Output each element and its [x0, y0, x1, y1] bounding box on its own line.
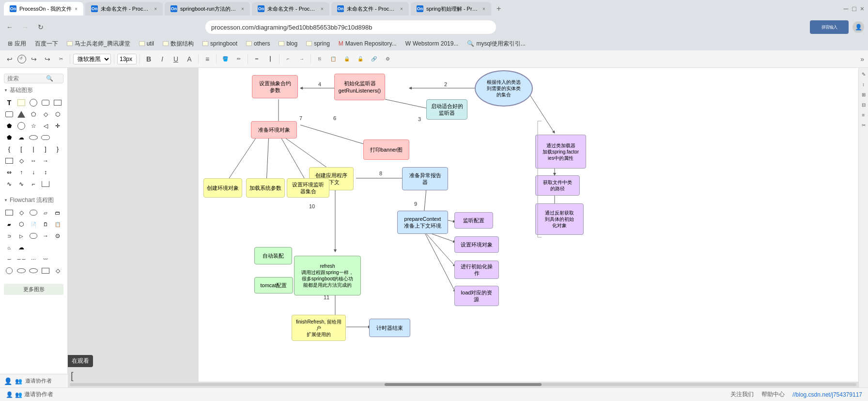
fc-cylinder[interactable]: 🗃 — [52, 207, 63, 218]
tab-close-4[interactable]: × — [321, 6, 324, 12]
shape-brace-left[interactable]: { — [4, 144, 15, 154]
shape-corner[interactable]: ⌐ — [28, 179, 39, 189]
fc-manual[interactable]: 📋 — [52, 219, 63, 230]
shape-diamond2[interactable]: ◇ — [16, 155, 27, 166]
shape-circle[interactable] — [28, 97, 39, 108]
history-button[interactable]: ↺ — [17, 55, 26, 63]
fc-circle[interactable] — [4, 265, 15, 276]
fc-diamond[interactable]: ◇ — [16, 207, 27, 218]
node-class-loader[interactable]: 通过类加载器加载spring.factories中的属性 — [535, 135, 586, 169]
redo-button[interactable]: ↪ — [28, 53, 40, 65]
shape-rect4[interactable] — [40, 179, 51, 189]
link-button[interactable]: 🔗 — [368, 53, 380, 65]
shape-brace-right[interactable]: } — [52, 144, 63, 154]
node-load-resources[interactable]: load对应的资源 — [454, 286, 499, 306]
fc-ellipse[interactable] — [28, 265, 39, 276]
node-tomcat-config[interactable]: tomcat配置 — [254, 277, 293, 293]
shape-rect[interactable] — [52, 97, 63, 108]
fc-hexagon[interactable]: ⬡ — [16, 219, 27, 230]
tab-3[interactable]: On springboot-run方法的执行 × — [165, 2, 250, 15]
right-tool-6[interactable]: ✂ — [862, 123, 866, 128]
fill-color-button[interactable]: 🪣 — [219, 53, 231, 65]
bookmark-mashibing[interactable]: 马士兵老师_腾讯课堂 — [63, 39, 134, 49]
shape-pill[interactable] — [40, 132, 51, 143]
shape-arrow-down[interactable]: ↓ — [28, 167, 39, 178]
fc-line4[interactable]: 〰 — [40, 254, 51, 264]
node-timer-end[interactable]: 计时器结束 — [369, 319, 410, 337]
fc-rounded[interactable] — [28, 207, 39, 218]
more-shapes-button[interactable]: 更多图形 — [4, 284, 63, 295]
node-finish-refresh[interactable]: finishRefresh, 留给用户扩展使用的 — [292, 315, 346, 341]
shape-chat[interactable]: ⬟ — [4, 132, 15, 143]
invite-label[interactable]: 邀请协作者 — [25, 377, 52, 385]
shape-arrow-up[interactable]: ↑ — [16, 167, 27, 178]
corner-button[interactable]: ⌐ — [282, 53, 294, 65]
bookmark-spring[interactable]: spring — [302, 39, 334, 48]
shape-hexagon[interactable]: ⬡ — [52, 109, 63, 120]
line-style-button[interactable]: ━ — [251, 53, 263, 65]
bookmark-others[interactable]: others — [242, 39, 274, 48]
bold-button[interactable]: B — [143, 53, 155, 65]
node-prepare-context[interactable]: prepareContext准备上下文环境 — [397, 211, 448, 234]
fc-diamond2[interactable]: ◇ — [52, 265, 63, 276]
shape-text[interactable]: T — [4, 97, 15, 108]
fc-data[interactable]: ▷ — [16, 231, 27, 241]
shape-wave[interactable]: ∿ — [4, 179, 15, 189]
shape-rounded-rect2[interactable] — [4, 109, 15, 120]
redo2-button[interactable]: ↪ — [42, 53, 53, 65]
minimize-button[interactable]: ─ — [843, 5, 848, 13]
arrow-button[interactable]: → — [296, 53, 308, 65]
node-create-env[interactable]: 创建环境对象 — [203, 178, 242, 198]
shape-bracket-right[interactable]: ] — [40, 144, 51, 154]
shape-sticky[interactable] — [16, 97, 27, 108]
tab-1[interactable]: On ProcessOn - 我的文件 × — [4, 2, 83, 15]
shape-search-input[interactable] — [7, 75, 46, 82]
fc-line2[interactable]: ─ ─ — [16, 254, 27, 264]
node-auto-wire[interactable]: 自动装配 — [254, 247, 292, 264]
bookmark-webstorm[interactable]: W Webstorm 2019... — [402, 39, 463, 48]
fc-oval[interactable] — [16, 265, 27, 276]
underline-button[interactable]: U — [170, 53, 182, 65]
shape-diamond[interactable]: ◇ — [40, 109, 51, 120]
bookmark-maven[interactable]: M Maven Repository... — [335, 39, 401, 48]
basic-shapes-title[interactable]: 基础图形 — [2, 85, 65, 95]
more-button[interactable]: ⚙ — [382, 53, 393, 65]
bookmark-util[interactable]: util — [135, 39, 158, 48]
shape-arrow-ud[interactable]: ↕ — [40, 167, 51, 178]
font-family-select[interactable]: 微软雅黑 — [73, 54, 111, 64]
node-print-banner[interactable]: 打印banner图 — [363, 139, 409, 160]
shape-oct[interactable]: ⬟ — [4, 121, 15, 131]
right-tool-5[interactable]: ≡ — [862, 112, 865, 118]
copy-button[interactable]: ⎘ — [314, 53, 326, 65]
node-listen-config[interactable]: 监听配置 — [454, 212, 493, 229]
italic-button[interactable]: I — [156, 53, 168, 65]
fc-start[interactable] — [28, 231, 39, 241]
node-prepare-env[interactable]: 准备环境对象 — [251, 121, 297, 139]
shape-circle2[interactable] — [16, 121, 27, 131]
forward-button[interactable]: → — [19, 21, 31, 33]
url-input[interactable]: processon.com/diagraming/5ed10bb85653bb7… — [205, 20, 496, 34]
expand-button[interactable]: » — [860, 55, 864, 63]
close-button[interactable]: × — [860, 5, 864, 13]
line-color-button[interactable]: ✏ — [233, 53, 245, 65]
bookmark-datastructure[interactable]: 数据结构 — [159, 39, 198, 49]
scroll-thumb[interactable] — [385, 383, 542, 386]
format-button[interactable]: ✂ — [55, 53, 67, 65]
fc-arrow[interactable]: → — [40, 231, 51, 241]
diagram-canvas[interactable]: 4 2 7 6 3 8 9 10 11 设置抽象合约参数 — [199, 68, 858, 401]
right-tool-4[interactable]: ⊟ — [862, 102, 866, 108]
fc-rect2[interactable] — [40, 265, 51, 276]
align-button[interactable]: ≡ — [202, 53, 213, 65]
bookmark-apps[interactable]: ⊞ 应用 — [4, 39, 30, 49]
bookmark-blog[interactable]: blog — [275, 39, 301, 48]
lock-button[interactable]: 🔒 — [341, 53, 353, 65]
shape-cloud[interactable]: ☁ — [16, 132, 27, 143]
node-start-listeners[interactable]: 启动适合好的监听器 — [426, 99, 467, 120]
line-width-button[interactable]: ┃ — [264, 53, 276, 65]
fc-paper[interactable]: 📄 — [28, 219, 39, 230]
shape-arrow-lr[interactable]: ↔ — [28, 155, 39, 166]
flowchart-title[interactable]: Flowchart 流程图 — [2, 195, 65, 205]
tab-close-1[interactable]: × — [75, 6, 78, 12]
shape-arrow-bi[interactable]: ⇔ — [4, 167, 15, 178]
font-size-input[interactable] — [117, 54, 137, 64]
